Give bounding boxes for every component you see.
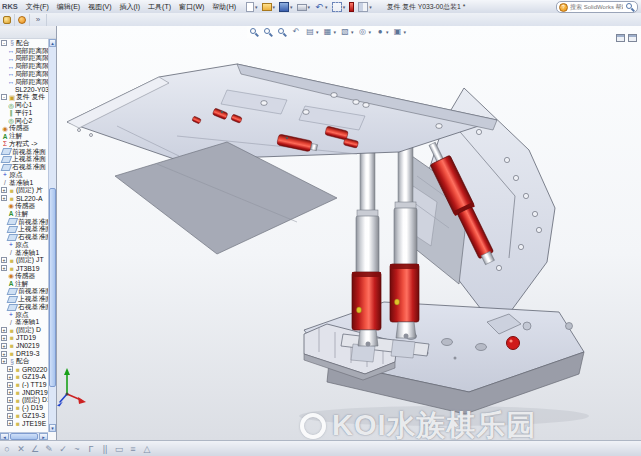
expand-toggle[interactable]: + (1, 187, 7, 193)
scroll-left-arrow-icon[interactable]: ◂ (0, 433, 9, 440)
tree-item[interactable]: ◉传感器 (0, 124, 48, 132)
menu-item[interactable]: 工具(T) (144, 2, 175, 12)
expand-toggle[interactable]: + (1, 351, 7, 357)
tree-item[interactable]: 上视基准面 (0, 155, 48, 163)
undo[interactable]: ↶▾ (312, 1, 330, 13)
dropdown-arrow-icon[interactable]: ▾ (343, 4, 346, 10)
tree-item[interactable]: 前视基准面 (0, 288, 48, 296)
dropdown-arrow-icon[interactable]: ▾ (351, 29, 354, 35)
expand-toggle[interactable]: + (1, 358, 7, 364)
previous-view[interactable]: ↶ (289, 26, 303, 38)
menu-item[interactable]: 帮助(H) (208, 2, 240, 12)
tree-item[interactable]: A注解 (0, 132, 48, 140)
expand-toggle[interactable]: - (1, 40, 7, 46)
dropdown-arrow-icon[interactable]: ▾ (325, 4, 328, 10)
tree-item[interactable]: 右视基准面 (0, 233, 48, 241)
tree-item[interactable]: -▣复件 复件 (0, 93, 48, 101)
tree-item[interactable]: +■(-) D19 (0, 404, 48, 412)
scrollbar-thumb[interactable] (10, 433, 38, 440)
dropdown-arrow-icon[interactable]: ▾ (386, 29, 389, 35)
tree-item[interactable]: +■JTD19 (0, 334, 48, 342)
hide-show-items[interactable]: ◎▾ (356, 26, 374, 38)
overflow-chevron[interactable]: » (30, 14, 47, 26)
graphics-viewport[interactable]: ↶▤▾▦▾▧▾◎▾●▾▣▾ KOI水族棋乐园 (57, 26, 641, 440)
tree-item[interactable]: +原点 (0, 171, 48, 179)
tree-item[interactable]: A注解 (0, 210, 48, 218)
tree-item[interactable]: ↔局部距离限制1 (0, 47, 48, 55)
check-tool[interactable]: ✓ (56, 442, 70, 456)
tree-horizontal-scrollbar[interactable]: ◂ ▸ (0, 432, 48, 440)
tree-item[interactable]: +■(固定) JT (0, 256, 48, 264)
tree-item[interactable]: A注解 (0, 280, 48, 288)
view-orientation[interactable]: ▦▾ (321, 26, 339, 38)
tree-item[interactable]: SL220-Y033-2 (0, 86, 48, 94)
tree-item[interactable]: ↔局部距离限制2 (0, 55, 48, 63)
tree-item[interactable]: +■(固定) D (0, 326, 48, 334)
expand-toggle[interactable]: - (1, 94, 7, 100)
tree-item[interactable]: +■GZ19-A (0, 373, 48, 381)
tree-item[interactable]: +■GZ19-3 (0, 412, 48, 420)
apply-scene[interactable]: ▣▾ (391, 26, 409, 38)
tree-item[interactable]: +■(-) TT19 (0, 381, 48, 389)
tree-item[interactable]: +原点 (0, 241, 48, 249)
expand-toggle[interactable]: + (7, 405, 13, 411)
rectangle-tool[interactable]: ▭ (112, 442, 126, 456)
linear-pattern-tool[interactable]: ≡ (126, 442, 140, 456)
zoom-in-out[interactable] (275, 26, 289, 38)
search-icon[interactable] (625, 2, 635, 12)
tree-item[interactable]: Σ方程式 -> (0, 140, 48, 148)
menu-item[interactable]: 文件(F) (22, 2, 53, 12)
triangle-tool[interactable]: △ (140, 442, 154, 456)
tree-vertical-scrollbar[interactable]: ▴ ▾ (48, 39, 56, 432)
tree-item[interactable]: ◎同心2 (0, 117, 48, 125)
open[interactable]: ▾ (260, 1, 278, 13)
toolbox[interactable] (0, 14, 15, 26)
base-red-bore[interactable] (507, 337, 520, 350)
document-window-restore[interactable] (616, 28, 625, 46)
expand-toggle[interactable]: + (1, 327, 7, 333)
tree-item[interactable]: ◎同心1 (0, 101, 48, 109)
menu-item[interactable]: 视图(V) (84, 2, 115, 12)
expand-toggle[interactable]: + (7, 366, 13, 372)
expand-toggle[interactable]: + (7, 397, 13, 403)
pencil-tool[interactable]: ✎ (42, 442, 56, 456)
rebuild[interactable] (347, 1, 356, 13)
tree-item[interactable]: /基准轴1 (0, 179, 48, 187)
expand-toggle[interactable]: + (7, 374, 13, 380)
hydraulic-leg-front[interactable] (352, 146, 381, 347)
tree-item[interactable]: +■JN0219 (0, 342, 48, 350)
dropdown-arrow-icon[interactable]: ▾ (404, 29, 407, 35)
save[interactable]: ▾ (277, 1, 295, 13)
angle-tool[interactable]: ∠ (28, 442, 42, 456)
expand-toggle[interactable]: + (1, 257, 7, 263)
tree-item[interactable]: +■DR19-3 (0, 350, 48, 358)
scroll-up-arrow-icon[interactable]: ▴ (49, 39, 56, 47)
expand-toggle[interactable]: + (7, 389, 13, 395)
select[interactable]: ▾ (330, 1, 348, 13)
scroll-down-arrow-icon[interactable]: ▾ (49, 424, 56, 432)
tree-item[interactable]: +原点 (0, 311, 48, 319)
tree-item[interactable]: +■JNDR19 (0, 388, 48, 396)
dropdown-arrow-icon[interactable]: ▾ (273, 4, 276, 10)
dropdown-arrow-icon[interactable]: ▾ (334, 29, 337, 35)
model-canvas[interactable] (57, 26, 641, 440)
document-window-menu[interactable] (628, 28, 637, 46)
tree-item[interactable]: 上视基准面 (0, 295, 48, 303)
tree-item[interactable]: 上视基准面 (0, 225, 48, 233)
print[interactable]: ▾ (295, 1, 313, 13)
dropdown-arrow-icon[interactable]: ▾ (316, 29, 319, 35)
tree-item[interactable]: +■(固定) 片 (0, 187, 48, 195)
circle-tool[interactable]: ○ (0, 442, 14, 456)
menu-item[interactable]: 窗口(W) (175, 2, 208, 12)
tree-item[interactable]: 前视基准面 (0, 148, 48, 156)
tree-item[interactable]: 右视基准面 (0, 163, 48, 171)
tree-item[interactable]: +§配合 (0, 357, 48, 365)
tree-item[interactable]: 前视基准面 (0, 218, 48, 226)
expand-toggle[interactable]: + (1, 265, 7, 271)
tree-item[interactable]: 右视基准面 (0, 303, 48, 311)
offset-tool[interactable]: || (98, 442, 112, 456)
tree-item[interactable]: -§配合 (0, 39, 48, 47)
tree-item[interactable]: ◉传感器 (0, 202, 48, 210)
expand-toggle[interactable]: + (7, 382, 13, 388)
tree-item[interactable]: +■JT3B19 (0, 264, 48, 272)
